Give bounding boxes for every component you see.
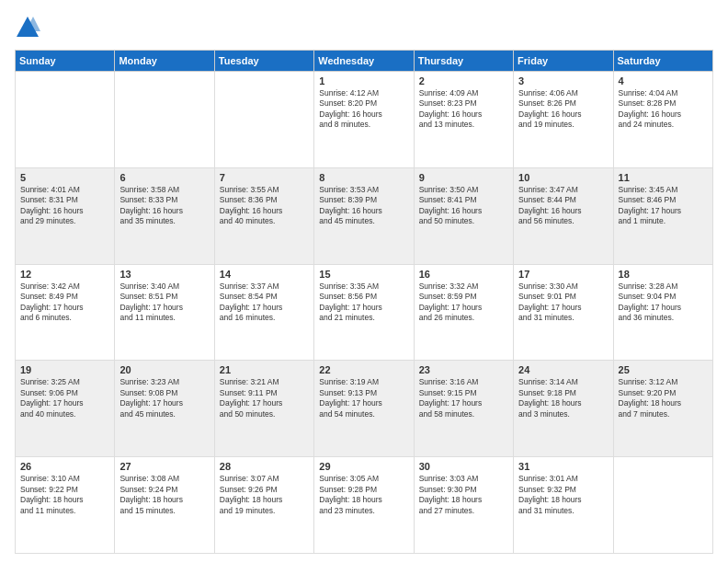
day-info: Sunrise: 3:21 AM Sunset: 9:11 PM Dayligh…: [220, 377, 309, 419]
day-number: 22: [319, 364, 408, 375]
calendar-cell: 11Sunrise: 3:45 AM Sunset: 8:46 PM Dayli…: [613, 167, 712, 264]
day-info: Sunrise: 3:01 AM Sunset: 9:32 PM Dayligh…: [518, 474, 608, 516]
calendar-cell: 27Sunrise: 3:08 AM Sunset: 9:24 PM Dayli…: [115, 457, 214, 554]
day-info: Sunrise: 3:42 AM Sunset: 8:49 PM Dayligh…: [20, 282, 109, 324]
calendar-cell: 28Sunrise: 3:07 AM Sunset: 9:26 PM Dayli…: [214, 457, 313, 554]
calendar-cell: 22Sunrise: 3:19 AM Sunset: 9:13 PM Dayli…: [314, 361, 414, 457]
calendar-cell: 26Sunrise: 3:10 AM Sunset: 9:22 PM Dayli…: [16, 457, 115, 554]
weekday-header: Friday: [514, 51, 613, 72]
calendar-header-row: SundayMondayTuesdayWednesdayThursdayFrid…: [16, 51, 713, 72]
day-number: 16: [419, 269, 508, 280]
day-number: 6: [119, 172, 209, 183]
day-number: 11: [619, 172, 708, 183]
day-number: 27: [119, 461, 209, 472]
day-info: Sunrise: 3:10 AM Sunset: 9:22 PM Dayligh…: [20, 474, 109, 516]
day-number: 14: [220, 269, 309, 280]
day-info: Sunrise: 3:30 AM Sunset: 9:01 PM Dayligh…: [518, 282, 608, 324]
day-number: 20: [119, 364, 209, 375]
weekday-header: Monday: [115, 51, 214, 72]
day-number: 2: [419, 75, 508, 86]
day-number: 31: [518, 461, 608, 472]
day-info: Sunrise: 4:06 AM Sunset: 8:26 PM Dayligh…: [518, 88, 608, 131]
day-info: Sunrise: 3:32 AM Sunset: 8:59 PM Dayligh…: [419, 282, 508, 324]
weekday-header: Sunday: [16, 51, 115, 72]
weekday-header: Tuesday: [214, 51, 313, 72]
calendar-cell: 4Sunrise: 4:04 AM Sunset: 8:28 PM Daylig…: [613, 72, 712, 168]
day-number: 29: [319, 461, 408, 472]
calendar-cell: [16, 72, 115, 168]
day-number: 3: [518, 75, 608, 86]
day-number: 15: [319, 269, 408, 280]
day-number: 9: [419, 172, 508, 183]
day-info: Sunrise: 3:05 AM Sunset: 9:28 PM Dayligh…: [319, 474, 408, 516]
day-info: Sunrise: 3:35 AM Sunset: 8:56 PM Dayligh…: [319, 282, 408, 324]
calendar-cell: 12Sunrise: 3:42 AM Sunset: 8:49 PM Dayli…: [16, 264, 115, 361]
day-info: Sunrise: 4:01 AM Sunset: 8:31 PM Dayligh…: [20, 185, 109, 227]
day-info: Sunrise: 3:08 AM Sunset: 9:24 PM Dayligh…: [119, 474, 209, 516]
calendar-cell: 25Sunrise: 3:12 AM Sunset: 9:20 PM Dayli…: [613, 361, 712, 457]
day-number: 4: [619, 75, 708, 86]
day-info: Sunrise: 3:37 AM Sunset: 8:54 PM Dayligh…: [220, 282, 309, 324]
calendar-cell: [613, 457, 712, 554]
weekday-header: Saturday: [613, 51, 712, 72]
calendar-cell: 6Sunrise: 3:58 AM Sunset: 8:33 PM Daylig…: [115, 167, 214, 264]
day-number: 26: [20, 461, 109, 472]
day-info: Sunrise: 3:19 AM Sunset: 9:13 PM Dayligh…: [319, 377, 408, 419]
calendar-cell: 18Sunrise: 3:28 AM Sunset: 9:04 PM Dayli…: [613, 264, 712, 361]
calendar-cell: 29Sunrise: 3:05 AM Sunset: 9:28 PM Dayli…: [314, 457, 414, 554]
calendar-week-row: 5Sunrise: 4:01 AM Sunset: 8:31 PM Daylig…: [16, 167, 713, 264]
calendar-cell: 17Sunrise: 3:30 AM Sunset: 9:01 PM Dayli…: [514, 264, 613, 361]
calendar-cell: 20Sunrise: 3:23 AM Sunset: 9:08 PM Dayli…: [115, 361, 214, 457]
calendar-cell: 13Sunrise: 3:40 AM Sunset: 8:51 PM Dayli…: [115, 264, 214, 361]
calendar-cell: 2Sunrise: 4:09 AM Sunset: 8:23 PM Daylig…: [414, 72, 513, 168]
day-info: Sunrise: 3:25 AM Sunset: 9:06 PM Dayligh…: [20, 377, 109, 419]
day-info: Sunrise: 3:23 AM Sunset: 9:08 PM Dayligh…: [119, 377, 209, 419]
day-info: Sunrise: 3:07 AM Sunset: 9:26 PM Dayligh…: [220, 474, 309, 516]
calendar-cell: 14Sunrise: 3:37 AM Sunset: 8:54 PM Dayli…: [214, 264, 313, 361]
day-number: 18: [619, 269, 708, 280]
weekday-header: Wednesday: [314, 51, 414, 72]
day-info: Sunrise: 3:45 AM Sunset: 8:46 PM Dayligh…: [619, 185, 708, 227]
day-number: 1: [319, 75, 408, 86]
weekday-header: Thursday: [414, 51, 513, 72]
calendar-cell: 3Sunrise: 4:06 AM Sunset: 8:26 PM Daylig…: [514, 72, 613, 168]
day-number: 21: [220, 364, 309, 375]
calendar-cell: 15Sunrise: 3:35 AM Sunset: 8:56 PM Dayli…: [314, 264, 414, 361]
day-info: Sunrise: 3:16 AM Sunset: 9:15 PM Dayligh…: [419, 377, 508, 419]
calendar-week-row: 19Sunrise: 3:25 AM Sunset: 9:06 PM Dayli…: [16, 361, 713, 457]
day-info: Sunrise: 3:40 AM Sunset: 8:51 PM Dayligh…: [119, 282, 209, 324]
calendar-cell: 24Sunrise: 3:14 AM Sunset: 9:18 PM Dayli…: [514, 361, 613, 457]
calendar-week-row: 26Sunrise: 3:10 AM Sunset: 9:22 PM Dayli…: [16, 457, 713, 554]
page: SundayMondayTuesdayWednesdayThursdayFrid…: [0, 0, 728, 563]
day-number: 30: [419, 461, 508, 472]
calendar-cell: 9Sunrise: 3:50 AM Sunset: 8:41 PM Daylig…: [414, 167, 513, 264]
day-info: Sunrise: 4:04 AM Sunset: 8:28 PM Dayligh…: [619, 88, 708, 131]
day-info: Sunrise: 3:03 AM Sunset: 9:30 PM Dayligh…: [419, 474, 508, 516]
day-number: 13: [119, 269, 209, 280]
day-number: 12: [20, 269, 109, 280]
header: [15, 15, 713, 40]
day-info: Sunrise: 3:12 AM Sunset: 9:20 PM Dayligh…: [619, 377, 708, 419]
day-info: Sunrise: 3:58 AM Sunset: 8:33 PM Dayligh…: [119, 185, 209, 227]
calendar-cell: 5Sunrise: 4:01 AM Sunset: 8:31 PM Daylig…: [16, 167, 115, 264]
calendar-cell: 8Sunrise: 3:53 AM Sunset: 8:39 PM Daylig…: [314, 167, 414, 264]
calendar-table: SundayMondayTuesdayWednesdayThursdayFrid…: [15, 50, 713, 554]
logo: [15, 15, 44, 40]
calendar-cell: 19Sunrise: 3:25 AM Sunset: 9:06 PM Dayli…: [16, 361, 115, 457]
calendar-cell: 10Sunrise: 3:47 AM Sunset: 8:44 PM Dayli…: [514, 167, 613, 264]
calendar-week-row: 12Sunrise: 3:42 AM Sunset: 8:49 PM Dayli…: [16, 264, 713, 361]
day-info: Sunrise: 4:12 AM Sunset: 8:20 PM Dayligh…: [319, 88, 408, 131]
day-number: 25: [619, 364, 708, 375]
calendar-cell: 30Sunrise: 3:03 AM Sunset: 9:30 PM Dayli…: [414, 457, 513, 554]
calendar-cell: 31Sunrise: 3:01 AM Sunset: 9:32 PM Dayli…: [514, 457, 613, 554]
day-number: 17: [518, 269, 608, 280]
day-number: 28: [220, 461, 309, 472]
day-number: 24: [518, 364, 608, 375]
day-info: Sunrise: 3:28 AM Sunset: 9:04 PM Dayligh…: [619, 282, 708, 324]
day-number: 8: [319, 172, 408, 183]
calendar-week-row: 1Sunrise: 4:12 AM Sunset: 8:20 PM Daylig…: [16, 72, 713, 168]
day-number: 10: [518, 172, 608, 183]
calendar-cell: 16Sunrise: 3:32 AM Sunset: 8:59 PM Dayli…: [414, 264, 513, 361]
day-number: 5: [20, 172, 109, 183]
calendar-cell: 21Sunrise: 3:21 AM Sunset: 9:11 PM Dayli…: [214, 361, 313, 457]
